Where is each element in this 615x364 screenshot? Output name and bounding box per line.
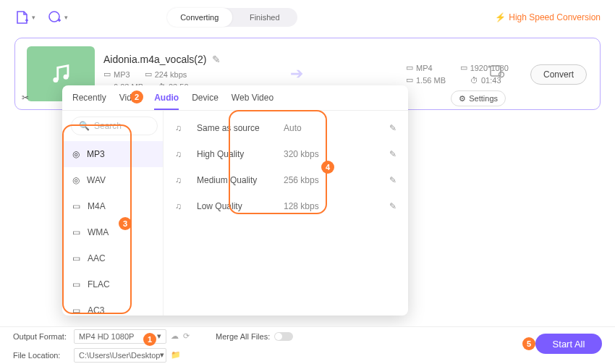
arrow-right-icon: ➔ — [290, 64, 303, 83]
chevron-down-icon: ▾ — [157, 331, 161, 341]
chevron-down-icon: ▾ — [160, 350, 164, 360]
tab-device[interactable]: Device — [192, 93, 219, 110]
quality-list: ♫Same as sourceAuto✎ ♫High Quality320 kb… — [164, 111, 408, 316]
output-format-label: Output Format: — [13, 332, 69, 341]
svg-point-4 — [499, 72, 504, 77]
format-wma[interactable]: ▭WMA — [62, 219, 163, 245]
folder-icon[interactable]: 📁 — [171, 350, 181, 360]
top-bar: ▾ ▾ Converting Finished ⚡ High Speed Con… — [0, 0, 615, 35]
tab-converting[interactable]: Converting — [167, 8, 232, 27]
sync-icon[interactable]: ⟳ — [183, 331, 190, 341]
quality-medium[interactable]: ♫Medium Quality256 kbps✎ — [164, 167, 408, 193]
badge-1: 1 — [143, 333, 156, 346]
src-format: MP3 — [114, 70, 130, 79]
edit-icon[interactable]: ✎ — [389, 123, 396, 133]
add-url-button[interactable]: ▾ — [47, 9, 68, 25]
cloud-icon[interactable]: ☁ — [171, 331, 179, 341]
merge-toggle[interactable] — [274, 332, 293, 341]
edit-icon[interactable]: ✎ — [389, 149, 396, 159]
merge-label: Merge All Files: — [216, 332, 270, 341]
gear-icon: ⚙ — [459, 94, 466, 103]
edit-title-icon[interactable]: ✎ — [212, 54, 221, 65]
svg-point-1 — [53, 77, 58, 82]
format-popup: Recently Video Audio Device Web Video 🔍 … — [62, 85, 408, 316]
tab-webvideo[interactable]: Web Video — [232, 93, 273, 110]
quality-low[interactable]: ♫Low Quality128 kbps✎ — [164, 193, 408, 219]
stage-toggle: Converting Finished — [167, 8, 297, 27]
music-icon: ♫ — [175, 201, 190, 211]
src-bitrate: 224 kbps — [155, 70, 187, 79]
format-flac[interactable]: ▭FLAC — [62, 271, 163, 297]
quality-high[interactable]: ♫High Quality320 kbps✎ — [164, 141, 408, 167]
svg-point-2 — [64, 75, 69, 80]
tab-recently[interactable]: Recently — [72, 93, 106, 110]
start-all-button[interactable]: Start All — [535, 334, 602, 354]
music-icon: ♫ — [175, 123, 190, 133]
add-file-button[interactable]: ▾ — [14, 9, 35, 25]
format-m4a[interactable]: ▭M4A — [62, 193, 163, 219]
chevron-down-icon: ▾ — [32, 14, 35, 21]
badge-4: 4 — [321, 161, 334, 174]
format-aac[interactable]: ▭AAC — [62, 245, 163, 271]
svg-point-0 — [49, 12, 59, 22]
badge-3: 3 — [119, 217, 132, 230]
format-ac3[interactable]: ▭AC3 — [62, 297, 163, 316]
chevron-down-icon: ▾ — [64, 14, 68, 21]
format-list: 🔍 Search ◎MP3 ◎WAV ▭M4A ▭WMA ▭AAC ▭FLAC … — [62, 111, 164, 316]
tab-audio[interactable]: Audio — [154, 93, 179, 110]
settings-button[interactable]: ⚙ Settings — [451, 90, 506, 106]
search-input[interactable]: 🔍 Search — [71, 117, 158, 135]
edit-icon[interactable]: ✎ — [389, 175, 396, 185]
file-location-select[interactable]: C:\Users\User\Desktop▾ — [74, 348, 166, 363]
format-wav[interactable]: ◎WAV — [62, 167, 163, 193]
file-location-label: File Location: — [13, 351, 69, 360]
format-mp3[interactable]: ◎MP3 — [62, 141, 163, 167]
high-speed-conversion[interactable]: ⚡ High Speed Conversion — [495, 12, 601, 22]
file-title: Aidonia.m4a_vocals(2) — [103, 54, 206, 65]
edit-icon[interactable]: ✎ — [389, 201, 396, 211]
music-icon: ♫ — [175, 175, 190, 185]
bolt-icon: ⚡ — [495, 12, 506, 22]
out-size: 1.56 MB — [416, 76, 446, 85]
scissors-icon[interactable]: ✂ — [22, 93, 29, 103]
music-icon: ♫ — [175, 149, 190, 159]
tab-finished[interactable]: Finished — [232, 8, 297, 27]
badge-2: 2 — [130, 90, 143, 103]
out-format: MP4 — [416, 64, 433, 72]
badge-5: 5 — [522, 337, 535, 350]
convert-button[interactable]: Convert — [530, 64, 587, 85]
quality-same[interactable]: ♫Same as sourceAuto✎ — [164, 115, 408, 141]
output-settings-icon[interactable] — [488, 63, 506, 80]
search-icon: 🔍 — [79, 121, 90, 131]
